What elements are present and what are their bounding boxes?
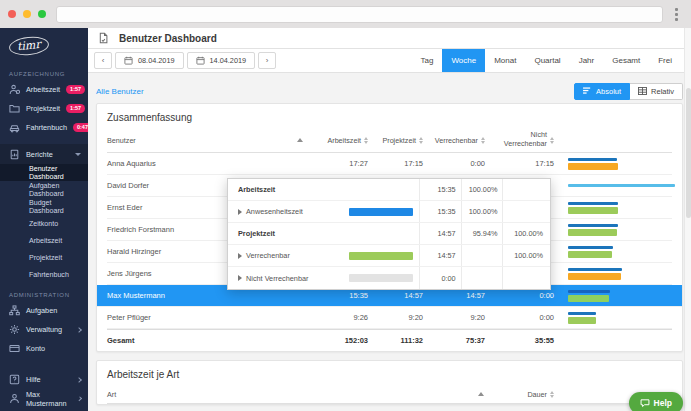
table-row[interactable]: Peter Pflüger 9:26 9:20 9:20 0:00 [107,307,672,329]
column-header-benutzer[interactable]: Benutzer [107,136,313,145]
sidebar-item-arbeitszeit[interactable]: Arbeitszeit 1:57 [0,80,88,99]
close-window-icon[interactable] [8,10,16,18]
popup-bar [349,267,419,289]
all-users-link[interactable]: Alle Benutzer [96,87,144,96]
relativ-button[interactable]: Relativ [630,83,683,100]
value-bar [568,312,596,315]
tab-quartal[interactable]: Quartal [525,49,569,72]
toolbar: ‹ 08.04.2019 14.04.2019 › TagWocheMonatQ… [88,49,691,73]
sidebar-item-label: Berichte [26,150,53,159]
page-title: Benutzer Dashboard [119,33,217,44]
timer-badge: 1:57 [66,85,85,95]
absolut-button[interactable]: Absolut [574,83,630,100]
help-button[interactable]: Help [629,392,683,411]
sidebar-item-label: Fahrtenbuch [26,123,67,132]
column-header-nicht-verrechenbar[interactable]: Nicht Verrechenbar [485,131,554,148]
sidebar-item-berichte[interactable]: Berichte [0,144,88,164]
expand-triangle-icon[interactable] [238,275,242,281]
date-from-field[interactable]: 08.04.2019 [115,52,184,69]
popup-percent-2: 100.00% [502,245,550,266]
value-bar [568,246,613,249]
sort-asc-icon [478,392,484,396]
row-bars [554,201,672,215]
project-folder-icon [9,103,20,114]
relative-grid-icon [638,87,647,95]
worktime-by-type-card: Arbeitszeit je Art Art Dauer [96,360,683,405]
submenu-item-budget-dashboard[interactable]: Budget Dashboard [0,198,88,215]
expand-triangle-icon[interactable] [238,253,242,259]
sidebar-item-hilfe[interactable]: Hilfe [0,370,88,389]
popup-percent-1 [461,245,503,266]
submenu-item-benutzer-dashboard[interactable]: Benutzer Dashboard [0,164,88,181]
prev-period-button[interactable]: ‹ [94,52,112,69]
scrollbar-track[interactable] [684,28,691,411]
submenu-item-arbeitszeit[interactable]: Arbeitszeit [0,232,88,249]
popup-row[interactable]: Projektzeit 14:57 95.94% 100.00% [228,223,550,245]
submenu-item-aufgaben-dashboard[interactable]: Aufgaben Dashboard [0,181,88,198]
popup-row[interactable]: Arbeitszeit 15:35 100.00% [228,179,550,201]
cell-benutzer: Max Mustermann [107,291,313,300]
cell-arbeitszeit: 9:26 [313,313,368,322]
tab-jahr[interactable]: Jahr [570,49,604,72]
popup-row[interactable]: Verrechenbar 14:57 100.00% [228,245,550,267]
sidebar: timr AUFZEICHNUNG Arbeitszeit 1:57 Proje… [0,28,88,411]
tab-gesamt[interactable]: Gesamt [603,49,649,72]
column-header-verrechenbar[interactable]: Verrechenbar [423,136,485,145]
minimize-window-icon[interactable] [23,10,31,18]
expand-triangle-icon[interactable] [238,209,242,215]
date-to-field[interactable]: 14.04.2019 [187,52,256,69]
row-bars [554,311,672,325]
browser-menu-icon[interactable] [669,8,683,21]
popup-row[interactable]: Anwesenheitszeit 15:35 100.00% [228,201,550,223]
tab-woche[interactable]: Woche [442,49,485,72]
tab-monat[interactable]: Monat [485,49,525,72]
period-tabs: TagWocheMonatQuartalJahrGesamtFrei [412,49,691,72]
popup-percent-2 [502,201,550,222]
popup-label: Anwesenheitszeit [228,201,349,222]
column-header-arbeitszeit[interactable]: Arbeitszeit [313,136,368,145]
calendar-icon [124,56,133,65]
content-area: Alle Benutzer Absolut Relativ [88,73,691,411]
table-row[interactable]: Anna Aquarius 17:27 17:15 0:00 17:15 [107,153,672,175]
popup-value-bar [349,208,413,216]
column-header-art[interactable]: Art [107,390,494,399]
date-range-picker: ‹ 08.04.2019 14.04.2019 › [94,49,276,72]
popup-row[interactable]: Nicht Verrechenbar 0:00 [228,267,550,289]
popup-percent-2: 100.00% [502,223,550,244]
submenu-item-projektzeit[interactable]: Projektzeit [0,249,88,266]
popup-bar [349,201,419,222]
chevron-right-icon [76,327,82,333]
absolute-relative-toggle: Absolut Relativ [574,83,683,100]
gear-icon [9,324,20,335]
sidebar-item-label: Verwaltung [26,325,62,334]
submenu-item-zeitkonto[interactable]: Zeitkonto [0,215,88,232]
cell-nicht-verrechenbar: 0:00 [485,313,554,322]
cell-nicht-verrechenbar: 0:00 [485,291,554,300]
column-header-projektzeit[interactable]: Projektzeit [368,136,423,145]
cell-benutzer: Gesamt [107,336,313,345]
section-label-administration: ADMINISTRATION [0,283,88,301]
timer-badge: 1:57 [66,104,85,114]
scrollbar-thumb[interactable] [686,88,691,218]
sidebar-item-label: Hilfe [26,375,41,384]
sidebar-item-fahrtenbuch[interactable]: Fahrtenbuch 0:47 [0,118,88,137]
column-header-dauer[interactable]: Dauer [494,390,554,399]
tab-tag[interactable]: Tag [412,49,443,72]
sidebar-item-aufgaben[interactable]: Aufgaben [0,301,88,320]
timr-logo[interactable]: timr [8,35,49,57]
cell-verrechenbar: 9:20 [423,313,485,322]
browser-titlebar [0,0,691,28]
table-row: Gesamt 152:03 111:32 75:37 35:55 [107,329,672,351]
value-bar [568,229,617,236]
sidebar-item-projektzeit[interactable]: Projektzeit 1:57 [0,99,88,118]
submenu-item-fahrtenbuch[interactable]: Fahrtenbuch [0,266,88,283]
sidebar-item-verwaltung[interactable]: Verwaltung [0,320,88,339]
tab-frei[interactable]: Frei [649,49,681,72]
next-period-button[interactable]: › [258,52,276,69]
row-bars [554,157,672,171]
address-bar[interactable] [56,6,663,23]
sidebar-item-current-user[interactable]: Max Mustermann [0,389,88,408]
maximize-window-icon[interactable] [38,10,46,18]
popup-value: 14:57 [419,223,461,244]
sidebar-item-konto[interactable]: Konto [0,339,88,358]
